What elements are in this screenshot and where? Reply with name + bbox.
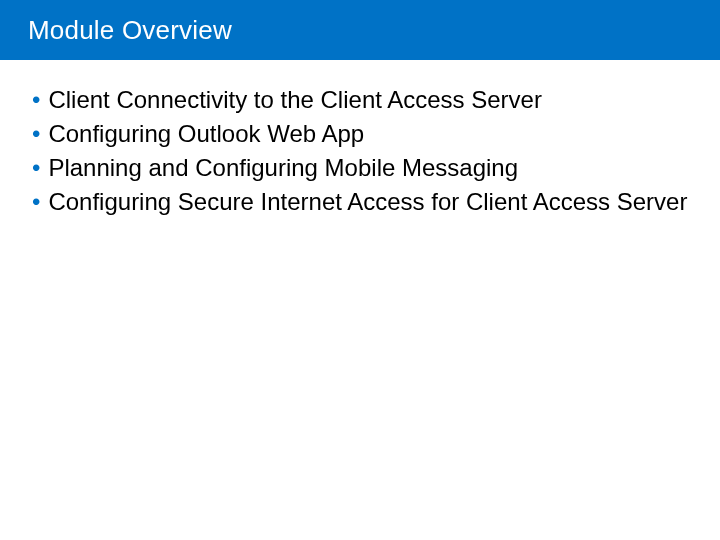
slide-header: Module Overview — [0, 0, 720, 60]
bullet-text: Client Connectivity to the Client Access… — [48, 84, 542, 116]
bullet-icon: • — [32, 118, 40, 150]
page-title: Module Overview — [28, 15, 232, 46]
bullet-text: Planning and Configuring Mobile Messagin… — [48, 152, 518, 184]
bullet-icon: • — [32, 186, 40, 218]
bullet-text: Configuring Secure Internet Access for C… — [48, 186, 687, 218]
list-item: • Configuring Secure Internet Access for… — [32, 186, 688, 218]
bullet-icon: • — [32, 152, 40, 184]
slide-content: • Client Connectivity to the Client Acce… — [0, 60, 720, 218]
bullet-icon: • — [32, 84, 40, 116]
list-item: • Planning and Configuring Mobile Messag… — [32, 152, 688, 184]
list-item: • Configuring Outlook Web App — [32, 118, 688, 150]
bullet-text: Configuring Outlook Web App — [48, 118, 364, 150]
list-item: • Client Connectivity to the Client Acce… — [32, 84, 688, 116]
